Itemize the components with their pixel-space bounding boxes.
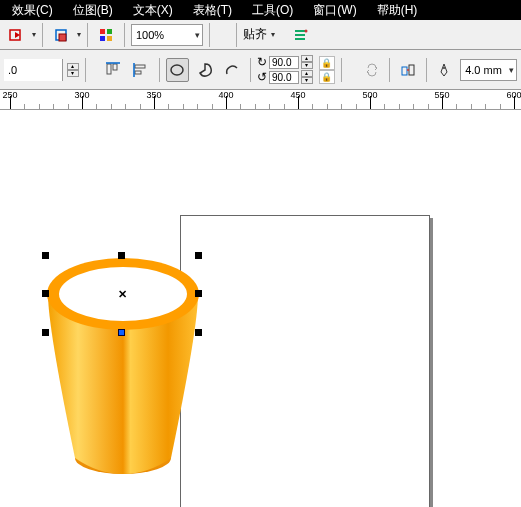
angle1-spinner[interactable]: ▴▾ bbox=[301, 55, 313, 69]
separator bbox=[250, 58, 251, 82]
menu-window[interactable]: 窗口(W) bbox=[313, 2, 356, 19]
toolbar-properties: .0 ▴▾ ↻ 90.0 ▴▾ ↺ 90.0 ▴▾ 🔒 🔒 bbox=[0, 50, 521, 90]
rotation-angles: ↻ 90.0 ▴▾ ↺ 90.0 ▴▾ bbox=[257, 55, 313, 85]
separator bbox=[124, 23, 125, 47]
toolbar-main: ▾ ▾ 100% ▾ 贴齐 ▾ bbox=[0, 20, 521, 50]
arc-tool-icon[interactable] bbox=[221, 58, 244, 82]
svg-rect-18 bbox=[402, 67, 407, 75]
svg-rect-15 bbox=[135, 71, 141, 74]
export-dd[interactable]: ▾ bbox=[77, 30, 81, 39]
chevron-down-icon: ▾ bbox=[509, 65, 514, 75]
ruler-label: 500 bbox=[362, 90, 377, 100]
lock-icons: 🔒 🔒 bbox=[319, 56, 335, 84]
separator bbox=[159, 58, 160, 82]
handle-tl[interactable] bbox=[42, 252, 49, 259]
handle-mr[interactable] bbox=[195, 290, 202, 297]
chevron-down-icon: ▾ bbox=[195, 30, 200, 40]
export-icon[interactable] bbox=[49, 23, 73, 47]
convert-icon[interactable] bbox=[396, 58, 419, 82]
separator bbox=[42, 23, 43, 47]
value-spinner[interactable]: ▴▾ bbox=[67, 63, 79, 77]
svg-rect-6 bbox=[107, 36, 112, 41]
value-text: .0 bbox=[8, 64, 17, 76]
outline-pen-icon[interactable] bbox=[433, 58, 456, 82]
separator bbox=[209, 23, 210, 47]
svg-rect-19 bbox=[409, 65, 414, 75]
ruler-label: 400 bbox=[218, 90, 233, 100]
import-icon[interactable] bbox=[4, 23, 28, 47]
options-icon[interactable] bbox=[289, 23, 313, 47]
ruler-horizontal[interactable]: 250300350400450500550600 bbox=[0, 90, 521, 110]
menu-bitmap[interactable]: 位图(B) bbox=[73, 2, 113, 19]
lock-top-icon[interactable]: 🔒 bbox=[319, 56, 335, 70]
swap-direction-icon[interactable] bbox=[360, 58, 383, 82]
ruler-label: 450 bbox=[290, 90, 305, 100]
canvas-area[interactable]: ✕ bbox=[0, 110, 521, 507]
selection-box: ✕ bbox=[46, 256, 198, 332]
snap-label[interactable]: 贴齐 bbox=[243, 26, 267, 43]
handle-ml[interactable] bbox=[42, 290, 49, 297]
svg-rect-5 bbox=[100, 36, 105, 41]
ellipse-tool-icon[interactable] bbox=[166, 58, 189, 82]
svg-rect-3 bbox=[100, 29, 105, 34]
angle2: 90.0 bbox=[269, 71, 299, 84]
svg-point-17 bbox=[171, 65, 183, 75]
separator bbox=[426, 58, 427, 82]
ruler-label: 350 bbox=[146, 90, 161, 100]
svg-rect-11 bbox=[107, 64, 111, 74]
ruler-label: 550 bbox=[434, 90, 449, 100]
node-handle[interactable] bbox=[118, 329, 125, 336]
separator bbox=[236, 23, 237, 47]
menu-effects[interactable]: 效果(C) bbox=[12, 2, 53, 19]
separator bbox=[341, 58, 342, 82]
align-top-icon[interactable] bbox=[102, 58, 125, 82]
zoom-value: 100% bbox=[136, 29, 164, 41]
menu-help[interactable]: 帮助(H) bbox=[377, 2, 418, 19]
svg-rect-12 bbox=[113, 64, 117, 70]
import-dd[interactable]: ▾ bbox=[32, 30, 36, 39]
menu-bar: 效果(C) 位图(B) 文本(X) 表格(T) 工具(O) 窗口(W) 帮助(H… bbox=[0, 0, 521, 20]
outline-width-combo[interactable]: 4.0 mm ▾ bbox=[460, 59, 517, 81]
page bbox=[180, 215, 430, 507]
ruler-label: 300 bbox=[74, 90, 89, 100]
separator bbox=[389, 58, 390, 82]
handle-tm[interactable] bbox=[118, 252, 125, 259]
rotate-ccw-icon: ↺ bbox=[257, 70, 267, 84]
menu-text[interactable]: 文本(X) bbox=[133, 2, 173, 19]
rotate-cw-icon: ↻ bbox=[257, 55, 267, 69]
menu-table[interactable]: 表格(T) bbox=[193, 2, 232, 19]
svg-point-21 bbox=[443, 67, 445, 69]
separator bbox=[87, 23, 88, 47]
lock-bottom-icon[interactable]: 🔒 bbox=[319, 70, 335, 84]
handle-br[interactable] bbox=[195, 329, 202, 336]
center-marker-icon: ✕ bbox=[118, 288, 127, 301]
handle-tr[interactable] bbox=[195, 252, 202, 259]
snap-dd[interactable]: ▾ bbox=[271, 30, 275, 39]
separator bbox=[85, 58, 86, 82]
handle-bl[interactable] bbox=[42, 329, 49, 336]
pie-tool-icon[interactable] bbox=[193, 58, 216, 82]
svg-rect-2 bbox=[59, 34, 66, 41]
menu-tools[interactable]: 工具(O) bbox=[252, 2, 293, 19]
svg-point-10 bbox=[305, 29, 308, 32]
svg-rect-4 bbox=[107, 29, 112, 34]
angle1: 90.0 bbox=[269, 56, 299, 69]
align-left-icon[interactable] bbox=[129, 58, 152, 82]
angle2-spinner[interactable]: ▴▾ bbox=[301, 70, 313, 84]
ruler-label: 600 bbox=[506, 90, 521, 100]
value-field[interactable]: .0 bbox=[4, 59, 63, 81]
outline-width-value: 4.0 mm bbox=[465, 64, 502, 76]
app-launcher-icon[interactable] bbox=[94, 23, 118, 47]
ruler-label: 250 bbox=[2, 90, 17, 100]
svg-rect-14 bbox=[135, 65, 145, 68]
zoom-combo[interactable]: 100% ▾ bbox=[131, 24, 203, 46]
